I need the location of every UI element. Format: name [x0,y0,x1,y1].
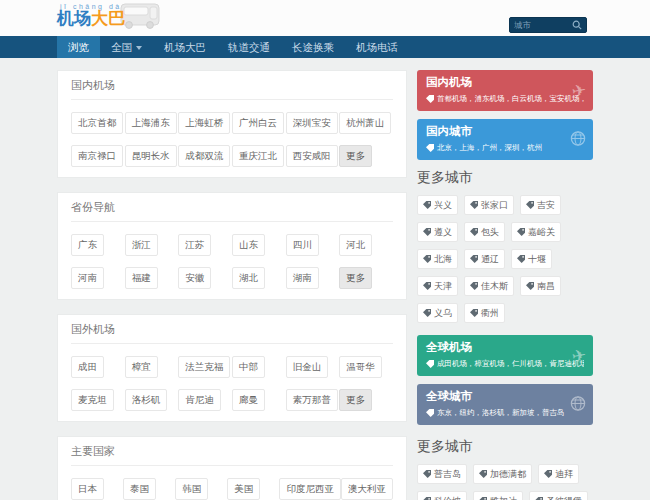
city-tag[interactable]: 雅加达 [473,491,523,500]
city-tag[interactable]: 包头 [464,222,505,242]
section-link-button[interactable]: 澳大利亚 [341,478,393,500]
section-link-button[interactable]: 泰国 [123,478,156,500]
more-button[interactable]: 更多 [339,389,372,411]
section-link-button[interactable]: 山东 [232,234,265,256]
city-tag[interactable]: 兴义 [417,195,458,215]
feature-card[interactable]: 全球机场成田机场，樟宜机场，仁川机场，肯尼迪机场✈ [417,335,593,376]
main-nav: 浏览全国机场大巴轨道交通长途换乘机场电话 [0,36,650,58]
feature-card[interactable]: 全球城市东京，纽约，洛杉矶，新加坡，普吉岛 [417,384,593,425]
sections-column: 国内机场北京首都上海浦东上海虹桥广州白云深圳宝安杭州萧山南京禄口昆明长水成都双流… [57,70,407,500]
section-link-button[interactable]: 深圳宝安 [286,112,338,134]
plane-icon: ✈ [572,347,586,364]
section-link-button[interactable]: 上海虹桥 [178,112,230,134]
section-link-button[interactable]: 素万那普 [286,389,338,411]
section-link-button[interactable]: 湖南 [286,267,319,289]
section-link-button[interactable]: 广东 [71,234,104,256]
section-link-button[interactable]: 江苏 [178,234,211,256]
section-button-grid: 成田樟宜法兰克福中部旧金山温哥华麦克坦洛杉矶肯尼迪廊曼素万那普更多 [71,356,393,411]
nav-item-3[interactable]: 轨道交通 [217,36,281,58]
tag-icon [526,201,534,209]
nav-item-1[interactable]: 全国 [100,36,153,58]
section-link-button[interactable]: 法兰克福 [178,356,230,378]
section-link-button[interactable]: 上海浦东 [125,112,177,134]
section-link-button[interactable]: 成都双流 [178,145,230,167]
tag-icon [426,144,434,152]
city-tag[interactable]: 遵义 [417,222,458,242]
section-link-button[interactable]: 麦克坦 [71,389,114,411]
section-link-button[interactable]: 廊曼 [232,389,265,411]
tag-icon [517,255,525,263]
city-tag[interactable]: 十堰 [511,249,552,269]
city-tag[interactable]: 北海 [417,249,458,269]
nav-item-4[interactable]: 长途换乘 [281,36,345,58]
feature-card-title: 国内机场 [426,75,584,90]
city-tag[interactable]: 迪拜 [538,464,579,484]
plane-icon: ✈ [572,82,586,99]
section-link-button[interactable]: 浙江 [125,234,158,256]
section-link-button[interactable]: 韩国 [175,478,208,500]
logo-text-orange: 大巴 [91,9,125,28]
section-link-button[interactable]: 南京禄口 [71,145,123,167]
tag-icon [423,201,431,209]
section-link-button[interactable]: 北京首都 [71,112,123,134]
section-link-button[interactable]: 昆明长水 [125,145,177,167]
city-tag[interactable]: 义乌 [417,303,458,323]
more-button[interactable]: 更多 [339,267,372,289]
section-link-button[interactable]: 重庆江北 [232,145,284,167]
search-input[interactable] [514,20,572,30]
city-tag[interactable]: 佳木斯 [464,276,514,296]
section-link-button[interactable]: 成田 [71,356,104,378]
city-tag[interactable]: 科伦坡 [417,491,467,500]
section-link-button[interactable]: 广州白云 [232,112,284,134]
section-link-button[interactable]: 湖北 [232,267,265,289]
site-logo[interactable]: jī chǎng dà bā 机场大巴 [57,0,227,29]
section-link-button[interactable]: 福建 [125,267,158,289]
nav-item-2[interactable]: 机场大巴 [153,36,217,58]
city-tag[interactable]: 嘉峪关 [511,222,561,242]
section-title: 省份导航 [71,200,393,222]
more-cities-heading-global: 更多城市 [417,438,593,456]
section-link-button[interactable]: 西安咸阳 [286,145,338,167]
nav-item-0[interactable]: 浏览 [57,36,100,58]
section-link-button[interactable]: 杭州萧山 [339,112,391,134]
tag-icon [470,255,478,263]
city-tag[interactable]: 衢州 [464,303,505,323]
city-tag[interactable]: 天津 [417,276,458,296]
more-button[interactable]: 更多 [339,145,372,167]
section-link-button[interactable]: 四川 [286,234,319,256]
city-tag[interactable]: 吉安 [520,195,561,215]
city-tag[interactable]: 通辽 [464,249,505,269]
section-title: 主要国家 [71,444,393,466]
feature-card[interactable]: 国内城市北京，上海，广州，深圳，杭州 [417,119,593,160]
globe-icon [570,395,586,414]
city-tag[interactable]: 张家口 [464,195,514,215]
feature-card-title: 全球城市 [426,389,584,404]
section-link-button[interactable]: 樟宜 [125,356,158,378]
city-tag[interactable]: 南昌 [520,276,561,296]
tag-icon [423,255,431,263]
section-link-button[interactable]: 河北 [339,234,372,256]
section-card-0: 国内机场北京首都上海浦东上海虹桥广州白云深圳宝安杭州萧山南京禄口昆明长水成都双流… [57,70,407,178]
tag-icon [544,470,552,478]
city-tag[interactable]: 圣彼得堡 [529,491,588,500]
section-link-button[interactable]: 美国 [227,478,260,500]
section-link-button[interactable]: 洛杉矶 [125,389,168,411]
city-tag[interactable]: 普吉岛 [417,464,467,484]
nav-item-5[interactable]: 机场电话 [345,36,409,58]
logo-text-blue: 机场 [57,9,91,28]
section-link-button[interactable]: 河南 [71,267,104,289]
section-link-button[interactable]: 中部 [232,356,265,378]
section-link-button[interactable]: 肯尼迪 [178,389,221,411]
section-link-button[interactable]: 旧金山 [286,356,329,378]
section-link-button[interactable]: 安徽 [178,267,211,289]
section-link-button[interactable]: 印度尼西亚 [279,478,341,500]
feature-card-subtitle: 成田机场，樟宜机场，仁川机场，肯尼迪机场 [426,359,584,369]
feature-card[interactable]: 国内机场首都机场，浦东机场，白云机场，宝安机场，萧山机场✈ [417,70,593,111]
feature-card-title: 国内城市 [426,124,584,139]
section-link-button[interactable]: 日本 [71,478,104,500]
feature-card-subtitle: 首都机场，浦东机场，白云机场，宝安机场，萧山机场 [426,94,584,104]
tag-icon [470,228,478,236]
search-icon[interactable] [572,20,582,30]
city-tag[interactable]: 加德满都 [473,464,532,484]
section-link-button[interactable]: 温哥华 [339,356,382,378]
